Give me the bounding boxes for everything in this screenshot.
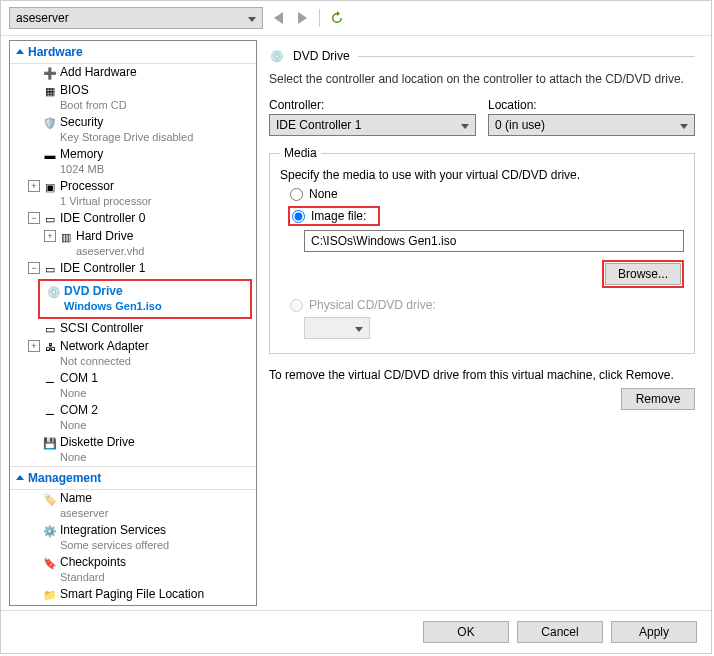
port-icon: ⚊ xyxy=(42,403,58,419)
refresh-button[interactable] xyxy=(328,9,346,27)
expand-icon[interactable]: + xyxy=(44,230,56,242)
add-hardware-icon: ➕ xyxy=(42,65,58,81)
management-header[interactable]: Management xyxy=(10,466,256,490)
media-desc: Specify the media to use with your virtu… xyxy=(280,168,684,182)
controller-icon: ▭ xyxy=(42,211,58,227)
tag-icon: 🏷️ xyxy=(42,491,58,507)
svg-marker-0 xyxy=(248,17,256,22)
diskette-icon: 💾 xyxy=(42,435,58,451)
apply-button[interactable]: Apply xyxy=(611,621,697,643)
dvd-icon: 💿 xyxy=(46,284,62,300)
tree-scsi[interactable]: ▭SCSI Controller xyxy=(10,320,256,338)
chip-icon: ▦ xyxy=(42,83,58,99)
network-icon: 🖧 xyxy=(42,339,58,355)
tree-name[interactable]: 🏷️Nameaseserver xyxy=(10,490,256,522)
radio-physical-label: Physical CD/DVD drive: xyxy=(309,298,436,312)
browse-highlight: Browse... xyxy=(602,260,684,288)
ok-button[interactable]: OK xyxy=(423,621,509,643)
controller-icon: ▭ xyxy=(42,261,58,277)
chevron-down-icon xyxy=(461,118,469,132)
cpu-icon: ▣ xyxy=(42,179,58,195)
memory-icon: ▬ xyxy=(42,147,58,163)
checkpoint-icon: 🔖 xyxy=(42,555,58,571)
shield-icon: 🛡️ xyxy=(42,115,58,131)
media-group: Media Specify the media to use with your… xyxy=(269,146,695,354)
radio-image-label: Image file: xyxy=(311,209,366,223)
svg-marker-4 xyxy=(680,124,688,129)
location-label: Location: xyxy=(488,98,695,112)
tree-processor[interactable]: +▣Processor1 Virtual processor xyxy=(10,178,256,210)
collapse-icon[interactable]: − xyxy=(28,262,40,274)
tree-com2[interactable]: ⚊COM 2None xyxy=(10,402,256,434)
expand-icon[interactable]: + xyxy=(28,180,40,192)
collapse-icon[interactable]: − xyxy=(28,212,40,224)
folder-icon: 📁 xyxy=(42,587,58,603)
controller-icon: ▭ xyxy=(42,321,58,337)
back-button[interactable] xyxy=(269,9,287,27)
radio-image-highlight: Image file: xyxy=(288,206,380,226)
physical-drive-select xyxy=(304,317,370,339)
svg-marker-5 xyxy=(355,327,363,332)
svg-marker-3 xyxy=(461,124,469,129)
hardware-header[interactable]: Hardware xyxy=(10,41,256,64)
remove-button[interactable]: Remove xyxy=(621,388,695,410)
refresh-icon xyxy=(330,11,344,25)
panel-desc: Select the controller and location on th… xyxy=(269,72,695,86)
svg-marker-1 xyxy=(16,49,24,54)
triangle-left-icon xyxy=(274,12,283,24)
remove-desc: To remove the virtual CD/DVD drive from … xyxy=(269,368,695,382)
panel-title: DVD Drive xyxy=(293,49,350,63)
services-icon: ⚙️ xyxy=(42,523,58,539)
cancel-button[interactable]: Cancel xyxy=(517,621,603,643)
radio-none-label: None xyxy=(309,187,338,201)
vm-selector-dropdown[interactable]: aseserver xyxy=(9,7,263,29)
chevron-up-icon xyxy=(16,474,24,482)
chevron-up-icon xyxy=(16,48,24,56)
radio-physical xyxy=(290,299,303,312)
port-icon: ⚊ xyxy=(42,371,58,387)
tree-checkpoints[interactable]: 🔖CheckpointsStandard xyxy=(10,554,256,586)
chevron-down-icon xyxy=(248,11,256,25)
tree-add-hardware[interactable]: ➕Add Hardware xyxy=(10,64,256,82)
media-legend: Media xyxy=(280,146,321,160)
tree-memory[interactable]: ▬Memory1024 MB xyxy=(10,146,256,178)
tree-network[interactable]: +🖧Network AdapterNot connected xyxy=(10,338,256,370)
triangle-right-icon xyxy=(298,12,307,24)
tree-hard-drive[interactable]: +▥Hard Driveaseserver.vhd xyxy=(10,228,256,260)
tree-dvd-highlight: 💿DVD DriveWindows Gen1.iso xyxy=(38,279,252,319)
forward-button[interactable] xyxy=(293,9,311,27)
radio-none[interactable] xyxy=(290,188,303,201)
dvd-icon: 💿 xyxy=(269,48,285,64)
tree-diskette[interactable]: 💾Diskette DriveNone xyxy=(10,434,256,466)
tree-paging[interactable]: 📁Smart Paging File LocationC:\ProgramDat… xyxy=(10,586,256,606)
tree-ide1[interactable]: −▭IDE Controller 1 xyxy=(10,260,256,278)
controller-select[interactable]: IDE Controller 1 xyxy=(269,114,476,136)
tree-bios[interactable]: ▦BIOSBoot from CD xyxy=(10,82,256,114)
location-select[interactable]: 0 (in use) xyxy=(488,114,695,136)
hard-drive-icon: ▥ xyxy=(58,229,74,245)
chevron-down-icon xyxy=(680,118,688,132)
chevron-down-icon xyxy=(355,321,363,335)
tree-security[interactable]: 🛡️SecurityKey Storage Drive disabled xyxy=(10,114,256,146)
tree-dvd-drive[interactable]: 💿DVD DriveWindows Gen1.iso xyxy=(44,283,246,315)
tree-ide0[interactable]: −▭IDE Controller 0 xyxy=(10,210,256,228)
browse-button[interactable]: Browse... xyxy=(605,263,681,285)
expand-icon[interactable]: + xyxy=(28,340,40,352)
controller-label: Controller: xyxy=(269,98,476,112)
tree-com1[interactable]: ⚊COM 1None xyxy=(10,370,256,402)
settings-tree[interactable]: Hardware ➕Add Hardware ▦BIOSBoot from CD… xyxy=(9,40,257,606)
tree-integration[interactable]: ⚙️Integration ServicesSome services offe… xyxy=(10,522,256,554)
vm-selector-value: aseserver xyxy=(16,11,69,25)
radio-image[interactable] xyxy=(292,210,305,223)
svg-marker-2 xyxy=(16,475,24,480)
image-path-input[interactable] xyxy=(304,230,684,252)
